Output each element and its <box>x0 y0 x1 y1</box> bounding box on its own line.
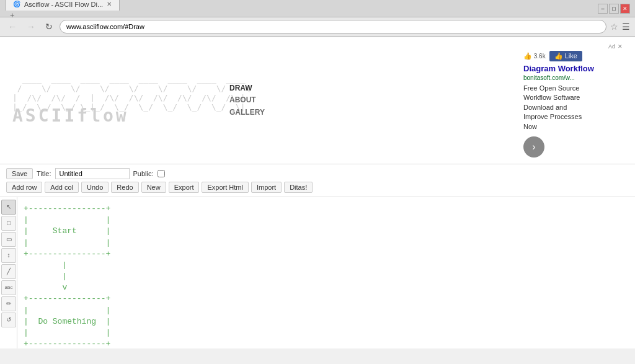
fb-like-area: 👍 3.6k 👍 Like <box>523 51 623 61</box>
toolbar-row1: Save Title: Public: <box>6 168 629 179</box>
ad-arrow-button[interactable]: › <box>523 136 544 158</box>
toolbar-row2: Add row Add col Undo Redo New Export Exp… <box>6 182 629 193</box>
title-label: Title: <box>37 170 51 177</box>
ad-title[interactable]: Diagram Workflow <box>523 64 623 73</box>
left-toolbar: ↖ □ ▭ ↕ ╱ abc ✏ ↺ <box>0 197 17 348</box>
add-col-button[interactable]: Add col <box>45 182 79 193</box>
refresh-button[interactable]: ↻ <box>42 20 56 33</box>
tab-title: Asciflow - ASCII Flow Di... <box>24 1 103 8</box>
forward-button[interactable]: → <box>24 20 38 33</box>
export-button[interactable]: Export <box>169 182 200 193</box>
public-checkbox[interactable] <box>158 170 165 177</box>
fb-thumb-icon: 👍 <box>554 52 563 60</box>
nav-gallery[interactable]: GALLERY <box>229 107 265 118</box>
export-html-button[interactable]: Export Html <box>202 182 248 193</box>
import-button[interactable]: Import <box>251 182 282 193</box>
text-tool[interactable]: abc <box>1 280 16 295</box>
redo-tool[interactable]: ↺ <box>1 313 16 327</box>
nav-about[interactable]: ABOUT <box>229 94 265 106</box>
ad-close-icon[interactable]: ✕ <box>618 43 623 50</box>
browser-chrome: 🌀 Asciflow - ASCII Flow Di... ✕ + – □ ✕ … <box>0 0 635 37</box>
pencil-tool[interactable]: ✏ <box>1 296 16 311</box>
fb-like-button[interactable]: 👍 Like <box>549 51 582 61</box>
ad-description: Free Open Source Workflow Software Downl… <box>523 84 623 131</box>
ditas-button[interactable]: Ditas! <box>284 182 313 193</box>
select-tool[interactable]: ↖ <box>1 200 16 215</box>
fb-count: 👍 3.6k <box>523 52 546 60</box>
tab-bar-area: 🌀 Asciflow - ASCII Flow Di... ✕ + <box>5 0 120 20</box>
add-row-button[interactable]: Add row <box>6 182 42 193</box>
maximize-button[interactable]: □ <box>609 4 619 14</box>
main-nav: DRAW ABOUT GALLERY <box>229 82 265 118</box>
ad-label: Ad <box>608 43 615 50</box>
main-area: ↖ □ ▭ ↕ ╱ abc ✏ ↺ +----------------+ | |… <box>0 197 635 348</box>
drawing-area[interactable]: +----------------+ | | | Start | | | +--… <box>17 197 635 348</box>
window-controls: – □ ✕ <box>598 4 630 14</box>
ascii-canvas[interactable]: +----------------+ | | | Start | | | +--… <box>24 203 629 348</box>
nav-draw[interactable]: DRAW <box>229 82 265 94</box>
line-tool[interactable]: ╱ <box>1 264 16 279</box>
bookmark-icon[interactable]: ☆ <box>610 22 618 32</box>
page-content: ____ ____ ____ ____ ____ ____ ____ ____ … <box>0 37 635 348</box>
tab-close-icon[interactable]: ✕ <box>107 1 112 7</box>
toolbar: Save Title: Public: Add row Add col Undo… <box>0 164 635 197</box>
new-tab-btn[interactable]: + <box>5 11 20 20</box>
title-bar: 🌀 Asciflow - ASCII Flow Di... ✕ + – □ ✕ <box>0 0 635 17</box>
back-button[interactable]: ← <box>5 20 20 33</box>
arrow-tool[interactable]: ↕ <box>1 248 16 263</box>
undo-button[interactable]: Undo <box>81 182 109 193</box>
box-tool[interactable]: □ <box>1 216 16 231</box>
site-logo: ____ ____ ____ ____ ____ ____ ____ ____ … <box>12 75 223 127</box>
redo-button[interactable]: Redo <box>111 182 138 193</box>
minimize-button[interactable]: – <box>598 4 608 14</box>
address-bar[interactable] <box>60 20 606 33</box>
close-button[interactable]: ✕ <box>620 4 630 14</box>
ad-top-bar: Ad ✕ <box>523 43 623 50</box>
menu-icon[interactable]: ☰ <box>622 22 630 32</box>
new-button[interactable]: New <box>141 182 166 193</box>
active-tab[interactable]: 🌀 Asciflow - ASCII Flow Di... ✕ <box>5 0 120 11</box>
navigation-bar: ← → ↻ ☆ ☰ <box>0 17 635 37</box>
tab-favicon: 🌀 <box>13 1 20 7</box>
box2-tool[interactable]: ▭ <box>1 232 16 247</box>
title-input[interactable] <box>55 168 130 179</box>
site-header: ____ ____ ____ ____ ____ ____ ____ ____ … <box>0 37 635 164</box>
advertisement: Ad ✕ 👍 3.6k 👍 Like Diagram Workflow boni… <box>523 43 623 158</box>
ad-url: bonitasoft.com/w... <box>523 74 623 81</box>
public-label: Public: <box>133 170 154 177</box>
save-button[interactable]: Save <box>6 168 33 179</box>
